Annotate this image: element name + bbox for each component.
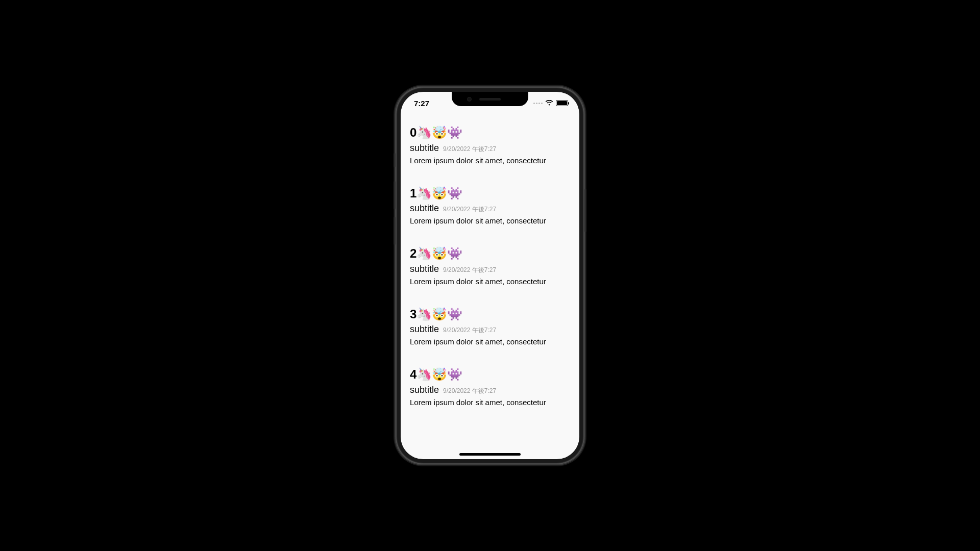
speaker-grille-icon — [479, 98, 501, 101]
item-subtitle: subtitle — [410, 143, 439, 154]
list-item[interactable]: 0🦄🤯👾 subtitle 9/20/2022 午後7:27 Lorem ips… — [410, 118, 570, 179]
item-date: 9/20/2022 午後7:27 — [443, 326, 496, 335]
wifi-icon — [545, 100, 553, 106]
item-title: 4🦄🤯👾 — [410, 367, 570, 382]
power-button[interactable] — [584, 189, 586, 232]
item-title: 2🦄🤯👾 — [410, 246, 570, 261]
content-scroll[interactable]: 0🦄🤯👾 subtitle 9/20/2022 午後7:27 Lorem ips… — [401, 118, 579, 459]
item-date: 9/20/2022 午後7:27 — [443, 205, 496, 214]
notch — [452, 92, 528, 106]
item-body: Lorem ipsum dolor sit amet, consectetur — [410, 398, 570, 407]
item-title: 0🦄🤯👾 — [410, 126, 570, 140]
list-item[interactable]: 3🦄🤯👾 subtitle 9/20/2022 午後7:27 Lorem ips… — [410, 300, 570, 361]
list-item[interactable]: 1🦄🤯👾 subtitle 9/20/2022 午後7:27 Lorem ips… — [410, 179, 570, 240]
item-date: 9/20/2022 午後7:27 — [443, 145, 496, 154]
home-indicator[interactable] — [459, 453, 521, 456]
screen: 7:27 0🦄🤯👾 subtitle — [401, 92, 579, 459]
status-time: 7:27 — [414, 99, 429, 108]
item-subtitle: subtitle — [410, 203, 439, 214]
item-body: Lorem ipsum dolor sit amet, consectetur — [410, 216, 570, 225]
item-title: 3🦄🤯👾 — [410, 307, 570, 321]
silence-switch[interactable] — [394, 153, 396, 167]
item-body: Lorem ipsum dolor sit amet, consectetur — [410, 156, 570, 165]
item-body: Lorem ipsum dolor sit amet, consectetur — [410, 277, 570, 286]
item-body: Lorem ipsum dolor sit amet, consectetur — [410, 337, 570, 346]
cellular-signal-icon — [533, 103, 543, 104]
battery-icon — [556, 100, 568, 106]
list-item[interactable]: 4🦄🤯👾 subtitle 9/20/2022 午後7:27 Lorem ips… — [410, 360, 570, 421]
item-date: 9/20/2022 午後7:27 — [443, 387, 496, 395]
volume-down-button[interactable] — [394, 217, 396, 245]
front-camera-icon — [467, 97, 472, 102]
item-title: 1🦄🤯👾 — [410, 186, 570, 201]
volume-up-button[interactable] — [394, 181, 396, 209]
phone-frame: 7:27 0🦄🤯👾 subtitle — [396, 87, 584, 464]
list-item[interactable]: 2🦄🤯👾 subtitle 9/20/2022 午後7:27 Lorem ips… — [410, 239, 570, 300]
status-right — [533, 100, 568, 106]
item-subtitle: subtitle — [410, 385, 439, 395]
item-subtitle: subtitle — [410, 264, 439, 274]
item-subtitle: subtitle — [410, 324, 439, 335]
item-date: 9/20/2022 午後7:27 — [443, 266, 496, 274]
